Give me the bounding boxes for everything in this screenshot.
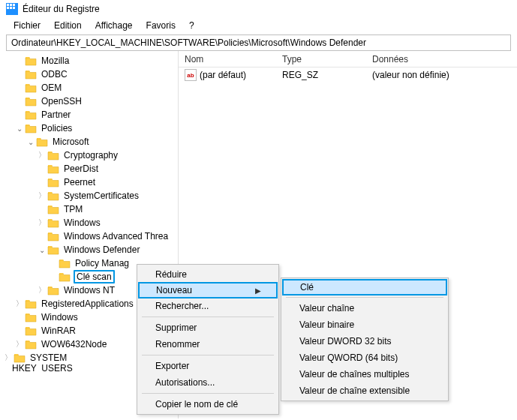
folder-icon (47, 204, 59, 214)
tree-item[interactable]: Mozilla (0, 54, 178, 68)
folder-icon (25, 56, 37, 66)
ctx-find[interactable]: Rechercher... (139, 298, 277, 314)
separator (142, 393, 274, 394)
menu-help[interactable]: ? (183, 19, 200, 32)
tree-label: SystemCertificates (62, 190, 140, 201)
col-type[interactable]: Type (276, 54, 366, 64)
tree-item[interactable]: ⌄Windows Defender (0, 243, 178, 256)
svg-rect-3 (13, 4, 15, 6)
ctx-delete[interactable]: Supprimer (139, 320, 277, 336)
tree-item[interactable]: 〉Cryptography (0, 148, 178, 162)
tree-item[interactable]: ODBC (0, 68, 178, 81)
svg-rect-1 (7, 4, 9, 6)
tree-label: Windows (62, 218, 102, 228)
chevron-icon[interactable]: ⌄ (14, 124, 25, 133)
chevron-icon[interactable]: 〉 (14, 339, 25, 350)
separator (142, 316, 274, 317)
tree-label: Peernet (62, 177, 97, 188)
folder-icon (59, 272, 71, 282)
ctx-new[interactable]: Nouveau▶ (138, 282, 278, 298)
tree-label: Windows (40, 312, 80, 322)
ctx-export[interactable]: Exporter (139, 358, 277, 374)
tree-item[interactable]: ⌄Policies (0, 122, 178, 135)
chevron-icon[interactable]: ⌄ (37, 246, 47, 254)
ctx-new-key[interactable]: Clé (282, 279, 447, 296)
folder-icon (36, 136, 48, 147)
tree-label: Microsoft (51, 136, 91, 147)
tree-label: Windows Defender (62, 244, 141, 255)
col-data[interactable]: Données (366, 54, 517, 64)
folder-icon (25, 326, 37, 336)
tree-item[interactable]: ⌄Microsoft (0, 135, 178, 148)
string-value-icon: ab (185, 69, 197, 81)
menu-file[interactable]: Fichier (8, 19, 47, 32)
value-row[interactable]: ab (par défaut) REG_SZ (valeur non défin… (179, 68, 517, 82)
svg-rect-2 (10, 4, 12, 6)
values-header: Nom Type Données (179, 51, 517, 68)
menu-view[interactable]: Affichage (89, 19, 139, 32)
tree-item[interactable]: OpenSSH (0, 94, 178, 108)
tree-item[interactable]: PeerDist (0, 162, 178, 176)
ctx-rename[interactable]: Renommer (139, 336, 277, 352)
tree-label: Clé scan (74, 270, 115, 284)
chevron-icon[interactable]: 〉 (37, 285, 47, 296)
folder-icon (47, 231, 59, 242)
chevron-icon[interactable]: 〉 (37, 150, 47, 160)
ctx-new-binary[interactable]: Valeur binaire (283, 316, 446, 333)
menu-favorites[interactable]: Favoris (140, 19, 182, 32)
tree-label: RegisteredApplications (40, 298, 135, 309)
svg-rect-4 (7, 7, 9, 9)
folder-icon (25, 339, 37, 350)
folder-icon (59, 258, 71, 268)
ctx-new-multistring[interactable]: Valeur de chaînes multiples (283, 366, 446, 382)
chevron-icon[interactable]: 〉 (3, 352, 14, 363)
tree-item[interactable]: 〉Windows (0, 216, 178, 230)
folder-icon (25, 69, 37, 80)
regedit-icon (6, 3, 18, 15)
tree-item[interactable]: 〉SystemCertificates (0, 189, 178, 202)
ctx-copy-key-name[interactable]: Copier le nom de clé (139, 396, 277, 412)
value-name: (par défaut) (200, 70, 246, 80)
folder-icon (47, 218, 59, 228)
chevron-icon[interactable]: 〉 (14, 298, 25, 309)
window-title: Éditeur du Registre (23, 4, 100, 14)
tree-label: Windows Advanced Threa (62, 231, 170, 242)
col-name[interactable]: Nom (179, 54, 276, 64)
folder-icon (14, 352, 26, 363)
tree-item[interactable]: TPM (0, 202, 178, 216)
folder-icon (25, 312, 37, 322)
ctx-new-qword[interactable]: Valeur QWORD (64 bits) (283, 350, 446, 366)
context-submenu-new[interactable]: Clé Valeur chaîne Valeur binaire Valeur … (281, 278, 449, 401)
folder-icon (25, 110, 37, 120)
tree-label: Partner (40, 110, 72, 120)
tree-label: WinRAR (40, 326, 77, 336)
separator (286, 297, 443, 298)
tree-label: WOW6432Node (40, 339, 108, 350)
tree-label: Cryptography (62, 150, 119, 160)
folder-icon (47, 150, 59, 160)
tree-label: OEM (40, 82, 63, 93)
folder-icon (47, 177, 59, 188)
ctx-permissions[interactable]: Autorisations... (139, 374, 277, 391)
folder-icon (47, 190, 59, 201)
menu-edit[interactable]: Edition (48, 19, 88, 32)
tree-item[interactable]: Partner (0, 108, 178, 122)
ctx-new-dword[interactable]: Valeur DWORD 32 bits (283, 333, 446, 350)
tree-label: ODBC (40, 69, 69, 80)
tree-label: SYSTEM (29, 352, 68, 363)
tree-item[interactable]: Windows Advanced Threa (0, 230, 178, 243)
tree-item[interactable]: Peernet (0, 176, 178, 189)
svg-rect-5 (10, 7, 12, 9)
address-bar[interactable]: Ordinateur\HKEY_LOCAL_MACHINE\SOFTWARE\P… (6, 34, 511, 51)
ctx-collapse[interactable]: Réduire (139, 266, 277, 283)
ctx-new-expandstring[interactable]: Valeur de chaîne extensible (283, 382, 446, 399)
chevron-icon[interactable]: 〉 (37, 190, 47, 201)
chevron-icon[interactable]: 〉 (37, 218, 47, 228)
chevron-icon[interactable]: ⌄ (26, 138, 36, 146)
tree-item[interactable]: OEM (0, 81, 178, 94)
folder-icon (47, 164, 59, 174)
context-menu-key[interactable]: Réduire Nouveau▶ Rechercher... Supprimer… (137, 264, 279, 415)
tree-label: OpenSSH (40, 96, 83, 106)
ctx-new-string[interactable]: Valeur chaîne (283, 300, 446, 316)
folder-icon (25, 82, 37, 93)
